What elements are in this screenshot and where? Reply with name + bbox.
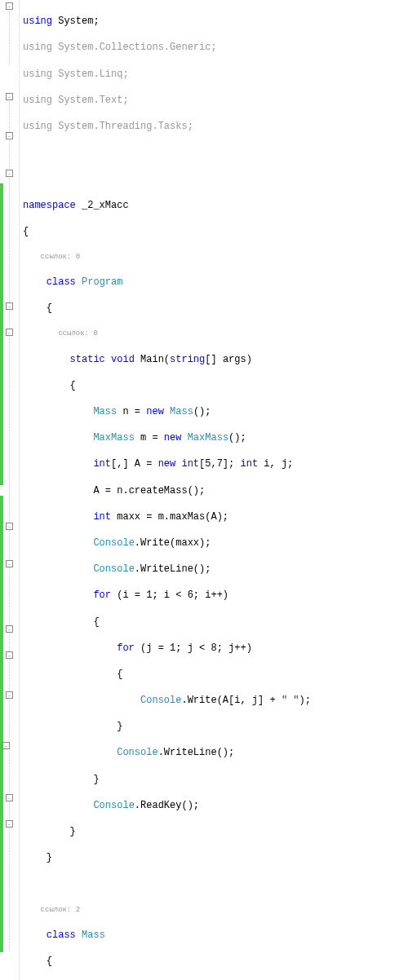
indent: [23, 589, 93, 601]
indent: [23, 329, 58, 338]
class-name: Program: [76, 276, 123, 288]
codelens[interactable]: ссылок: 0: [58, 329, 98, 338]
keyword: int: [240, 458, 258, 470]
text: .Write(A[i, j] +: [181, 695, 281, 706]
brace: }: [117, 721, 122, 732]
indent: [23, 929, 47, 941]
text: );: [299, 695, 310, 706]
keyword: using: [23, 121, 52, 132]
indent: [23, 642, 117, 654]
brace: {: [117, 669, 122, 680]
fold-icon[interactable]: -: [6, 302, 13, 310]
text: .WriteLine();: [135, 563, 211, 575]
type: Console: [93, 563, 134, 575]
indent: [23, 616, 93, 628]
fold-icon[interactable]: -: [6, 651, 13, 659]
fold-icon[interactable]: -: [6, 2, 13, 10]
fold-icon[interactable]: -: [6, 93, 13, 100]
indent: [23, 537, 93, 549]
type: Mass: [93, 406, 117, 417]
text: [,] A =: [111, 458, 158, 470]
type: Console: [93, 537, 134, 549]
indent: [23, 852, 47, 863]
fold-icon[interactable]: -: [6, 794, 13, 801]
gutter: - - - - - - - - - - - - - -: [0, 0, 20, 980]
indent: [23, 721, 117, 732]
text: maxx = m.maxMas(A);: [111, 511, 228, 523]
code-editor[interactable]: - - - - - - - - - - - - - - using System…: [0, 0, 408, 980]
text: m =: [135, 432, 164, 444]
text: (j = 1; j < 8; j++): [135, 642, 252, 654]
keyword: new: [164, 432, 182, 444]
text: System.Linq;: [52, 68, 129, 80]
fold-icon[interactable]: -: [6, 820, 13, 828]
keyword: for: [93, 589, 111, 601]
keyword: using: [23, 95, 52, 106]
text: ();: [228, 432, 246, 444]
text: [] args): [205, 354, 252, 365]
keyword: new: [146, 406, 164, 417]
keyword: using: [23, 68, 52, 80]
fold-icon[interactable]: -: [6, 329, 13, 336]
fold-icon[interactable]: -: [6, 523, 13, 530]
text: [5,7];: [199, 458, 240, 470]
brace: {: [47, 956, 52, 967]
indent: [23, 253, 41, 261]
keyword: int: [93, 458, 111, 470]
text: .Write(maxx);: [135, 537, 211, 549]
type: Console: [93, 800, 134, 811]
indent: [23, 485, 93, 497]
brace: }: [70, 826, 76, 837]
text: System.Collections.Generic;: [52, 42, 217, 53]
indent: [23, 826, 70, 837]
keyword: static: [70, 354, 105, 365]
keyword: void: [105, 354, 135, 365]
fold-icon[interactable]: -: [6, 170, 13, 177]
fold-icon[interactable]: -: [6, 691, 13, 699]
indent: [23, 800, 93, 811]
indent: [23, 747, 117, 758]
fold-icon[interactable]: -: [6, 625, 13, 633]
text: Main(: [135, 354, 170, 365]
keyword: int: [175, 458, 199, 470]
indent: [23, 406, 93, 417]
indent: [23, 956, 47, 967]
indent: [23, 354, 70, 365]
text: A = n.createMass();: [93, 485, 205, 497]
text: i, j;: [258, 458, 293, 470]
type: Console: [140, 695, 181, 706]
brace: {: [70, 380, 76, 391]
indent: [23, 695, 140, 706]
class-name: Mass: [76, 929, 105, 941]
keyword: class: [47, 929, 76, 941]
text: n =: [117, 406, 146, 417]
fold-icon[interactable]: -: [2, 742, 10, 749]
text: .WriteLine();: [158, 747, 235, 758]
text: System;: [52, 15, 100, 27]
keyword: namespace: [23, 200, 76, 211]
type: Mass: [164, 406, 193, 417]
keyword: using: [23, 42, 52, 53]
indent: [23, 906, 41, 914]
string: " ": [282, 695, 299, 706]
indent: [23, 432, 93, 444]
text: System.Text;: [52, 95, 129, 106]
keyword: new: [158, 458, 176, 470]
indent: [23, 276, 47, 288]
keyword: for: [117, 642, 135, 654]
keyword: class: [47, 276, 76, 288]
type: Console: [117, 747, 157, 758]
text: .ReadKey();: [135, 800, 199, 811]
codelens[interactable]: ссылок: 2: [41, 906, 81, 914]
brace: {: [23, 226, 29, 237]
codelens[interactable]: ссылок: 0: [41, 253, 81, 261]
indent: [23, 511, 93, 523]
indent: [23, 458, 93, 470]
indent: [23, 774, 93, 785]
fold-icon[interactable]: -: [6, 132, 13, 139]
brace: }: [93, 774, 99, 785]
code-area[interactable]: using System; using System.Collections.G…: [20, 0, 408, 980]
brace: {: [47, 302, 52, 314]
text: System.Threading.Tasks;: [52, 121, 193, 132]
fold-icon[interactable]: -: [6, 560, 13, 567]
